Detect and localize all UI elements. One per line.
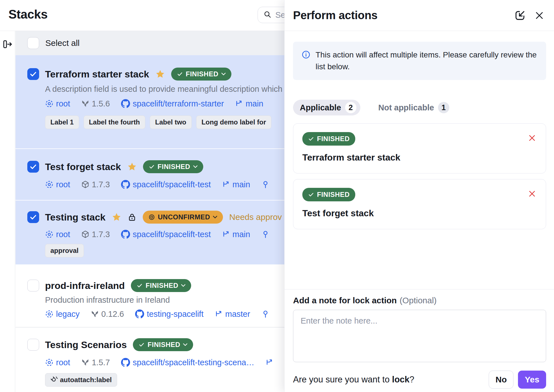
chevron-down-icon	[193, 165, 198, 168]
branch-link[interactable]: main	[222, 230, 250, 239]
repo-link[interactable]: spacelift/spacelift-test	[121, 230, 211, 239]
space-icon	[45, 358, 53, 367]
space-link[interactable]: root	[45, 230, 70, 239]
repo-link[interactable]: spacelift/spacelift-testing-scena…	[121, 358, 254, 367]
commit-icon	[262, 230, 269, 238]
chevron-down-icon	[181, 284, 186, 287]
close-icon[interactable]	[534, 10, 544, 21]
commit-link[interactable]	[262, 181, 269, 188]
info-text: This action will affect multiple items. …	[316, 49, 538, 73]
stack-title[interactable]: Terraform starter stack	[45, 69, 149, 80]
terraform-icon	[91, 310, 99, 318]
remove-item-icon[interactable]	[528, 134, 536, 142]
stack-title[interactable]: Testing stack	[45, 212, 106, 223]
branch-link[interactable]: main	[222, 180, 250, 189]
repo-link[interactable]: spacelift/spacelift-test	[121, 180, 211, 189]
status-badge: FINISHED	[302, 188, 355, 201]
branch-icon	[265, 358, 273, 366]
status-label: FINISHED	[146, 282, 178, 289]
space-icon	[45, 180, 53, 189]
branch-icon	[235, 100, 243, 108]
version-info: 0.12.6	[91, 309, 124, 319]
stack-label-chip[interactable]: autoattach:label	[45, 373, 117, 387]
status-label: FINISHED	[317, 191, 350, 199]
status-label: UNCONFIRMED	[158, 213, 210, 221]
space-link[interactable]: root	[45, 180, 70, 189]
star-icon[interactable]	[127, 162, 137, 172]
stack-label-chip[interactable]: Label two	[150, 115, 192, 129]
stack-checkbox[interactable]	[27, 280, 39, 291]
affected-stack-name: Terraform starter stack	[302, 152, 537, 163]
sidebar-expand-icon[interactable]	[2, 39, 13, 51]
status-badge[interactable]: FINISHED	[143, 160, 203, 173]
commit-link[interactable]	[262, 230, 269, 238]
version-info: 1.5.6	[81, 99, 110, 108]
stack-title[interactable]: Testing Scenarios	[45, 339, 127, 350]
opentofu-cube-icon	[81, 181, 89, 188]
select-all-label: Select all	[45, 38, 80, 48]
status-badge[interactable]: FINISHED	[131, 279, 191, 292]
version-info: 1.5.7	[81, 358, 110, 367]
drawer-title: Perform actions	[293, 9, 506, 22]
tab-applicable[interactable]: Applicable 2	[293, 100, 360, 115]
branch-icon	[222, 230, 230, 238]
space-icon	[45, 230, 53, 239]
select-all-checkbox[interactable]	[27, 37, 39, 49]
branch-link[interactable]: master	[215, 309, 250, 319]
chevron-down-icon	[183, 343, 187, 346]
status-badge[interactable]: FINISHED	[133, 338, 193, 351]
commit-link[interactable]	[262, 310, 269, 318]
github-icon	[121, 99, 130, 108]
github-icon	[121, 180, 130, 189]
branch-link[interactable]	[265, 358, 273, 366]
yes-button[interactable]: Yes	[518, 371, 546, 389]
space-link[interactable]: root	[45, 99, 70, 108]
stack-title[interactable]: prod-infra-ireland	[45, 280, 125, 291]
page-title: Stacks	[8, 7, 48, 21]
no-button[interactable]: No	[489, 371, 513, 389]
stack-checkbox[interactable]	[27, 68, 39, 80]
needs-approval-note: Needs approv	[229, 212, 282, 222]
stack-checkbox[interactable]	[27, 339, 39, 351]
stack-label-chip[interactable]: Label 1	[45, 115, 79, 129]
stack-label-chip[interactable]: approval	[45, 244, 84, 257]
perform-actions-drawer: Perform actions This action will affect …	[284, 0, 554, 392]
tab-count-badge: 2	[345, 102, 356, 113]
collapse-drawer-icon[interactable]	[514, 10, 526, 21]
branch-link[interactable]: main	[235, 99, 263, 108]
repo-link[interactable]: testing-spacelift	[135, 309, 204, 319]
space-link[interactable]: legacy	[45, 309, 80, 319]
drawer-bottom-section: Add a note for lock action (Optional) Ar…	[285, 289, 554, 392]
status-badge[interactable]: FINISHED	[171, 68, 231, 81]
status-label: FINISHED	[317, 135, 350, 143]
space-link[interactable]: root	[45, 358, 70, 367]
stack-checkbox[interactable]	[27, 161, 39, 173]
stack-title[interactable]: Test forget stack	[45, 161, 121, 172]
remove-item-icon[interactable]	[528, 190, 536, 198]
terraform-icon	[81, 358, 89, 366]
chevron-down-icon	[221, 73, 226, 75]
star-icon[interactable]	[112, 212, 121, 222]
terraform-icon	[81, 100, 89, 108]
space-icon	[45, 310, 53, 318]
stack-checkbox[interactable]	[27, 211, 39, 223]
tab-not-applicable[interactable]: Not applicable 1	[372, 100, 453, 115]
stack-label-chip[interactable]: Long demo label for	[196, 115, 271, 129]
info-banner: This action will affect multiple items. …	[293, 42, 546, 80]
status-badge[interactable]: UNCONFIRMED	[143, 211, 223, 224]
note-optional-label: (Optional)	[399, 296, 437, 305]
commit-icon	[262, 181, 269, 188]
github-icon	[121, 358, 130, 367]
search-icon	[263, 10, 271, 19]
stack-label-chip[interactable]: Label the fourth	[84, 115, 145, 129]
note-input[interactable]	[293, 310, 546, 362]
version-info: 1.7.3	[81, 230, 110, 239]
lock-icon	[128, 213, 137, 222]
drawer-header: Perform actions	[285, 0, 554, 31]
github-icon	[121, 230, 130, 239]
star-icon[interactable]	[155, 69, 165, 79]
version-info: 1.7.3	[81, 180, 110, 189]
repo-link[interactable]: spacelift/terraform-starter	[121, 99, 224, 108]
space-icon	[45, 99, 53, 108]
confirm-question: Are you sure you want to lock?	[293, 375, 489, 385]
